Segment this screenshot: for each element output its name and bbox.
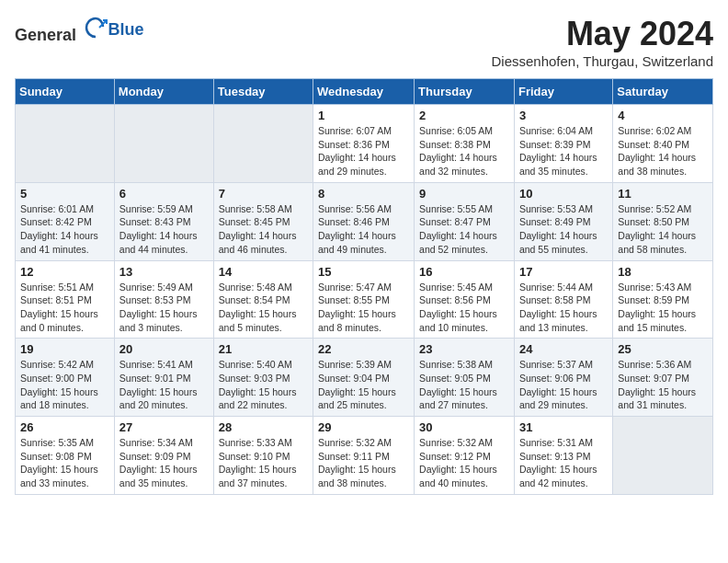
day-cell: 9Sunrise: 5:55 AMSunset: 8:47 PMDaylight… <box>415 182 515 260</box>
day-cell: 7Sunrise: 5:58 AMSunset: 8:45 PMDaylight… <box>213 182 313 260</box>
day-cell: 21Sunrise: 5:40 AMSunset: 9:03 PMDayligh… <box>213 339 313 417</box>
week-row-3: 12Sunrise: 5:51 AMSunset: 8:51 PMDayligh… <box>16 260 713 339</box>
day-cell: 19Sunrise: 5:42 AMSunset: 9:00 PMDayligh… <box>16 339 115 417</box>
day-info: Sunrise: 5:58 AMSunset: 8:45 PMDaylight:… <box>219 202 308 257</box>
day-cell: 1Sunrise: 6:07 AMSunset: 8:36 PMDaylight… <box>313 105 415 183</box>
day-number: 9 <box>419 187 509 201</box>
day-number: 11 <box>618 187 708 201</box>
day-number: 25 <box>618 342 708 356</box>
day-cell: 31Sunrise: 5:31 AMSunset: 9:13 PMDayligh… <box>514 417 612 495</box>
day-info: Sunrise: 5:36 AMSunset: 9:07 PMDaylight:… <box>618 358 708 412</box>
day-cell: 25Sunrise: 5:36 AMSunset: 9:07 PMDayligh… <box>613 339 713 417</box>
logo-text-blue: Blue <box>108 20 144 39</box>
logo-text-general: General <box>15 26 76 44</box>
day-number: 1 <box>318 109 409 122</box>
day-number: 27 <box>119 420 209 434</box>
day-number: 19 <box>20 342 109 356</box>
day-info: Sunrise: 5:32 AMSunset: 9:12 PMDaylight:… <box>419 436 509 490</box>
title-block: May 2024 Diessenhofen, Thurgau, Switzerl… <box>491 15 713 69</box>
calendar-header-row: SundayMondayTuesdayWednesdayThursdayFrid… <box>16 79 713 105</box>
day-number: 17 <box>519 265 608 279</box>
day-cell: 23Sunrise: 5:38 AMSunset: 9:05 PMDayligh… <box>415 339 515 417</box>
day-cell: 24Sunrise: 5:37 AMSunset: 9:06 PMDayligh… <box>514 339 612 417</box>
day-cell: 14Sunrise: 5:48 AMSunset: 8:54 PMDayligh… <box>213 260 313 339</box>
day-info: Sunrise: 5:59 AMSunset: 8:43 PMDaylight:… <box>119 202 209 257</box>
day-info: Sunrise: 5:38 AMSunset: 9:05 PMDaylight:… <box>419 358 509 412</box>
day-number: 13 <box>119 265 209 279</box>
calendar-table: SundayMondayTuesdayWednesdayThursdayFrid… <box>15 78 713 495</box>
location-title: Diessenhofen, Thurgau, Switzerland <box>491 53 713 69</box>
day-number: 28 <box>219 420 308 434</box>
day-info: Sunrise: 6:07 AMSunset: 8:36 PMDaylight:… <box>318 124 409 178</box>
header-sunday: Sunday <box>16 79 115 105</box>
day-number: 3 <box>519 109 608 122</box>
day-cell: 20Sunrise: 5:41 AMSunset: 9:01 PMDayligh… <box>114 339 213 417</box>
header-monday: Monday <box>114 79 213 105</box>
day-number: 23 <box>419 342 509 356</box>
day-info: Sunrise: 5:55 AMSunset: 8:47 PMDaylight:… <box>419 202 509 257</box>
month-title: May 2024 <box>491 15 713 53</box>
day-info: Sunrise: 5:52 AMSunset: 8:50 PMDaylight:… <box>618 202 708 257</box>
day-cell: 3Sunrise: 6:04 AMSunset: 8:39 PMDaylight… <box>514 105 612 183</box>
day-info: Sunrise: 5:45 AMSunset: 8:56 PMDaylight:… <box>419 281 509 335</box>
week-row-2: 5Sunrise: 6:01 AMSunset: 8:42 PMDaylight… <box>16 182 713 260</box>
day-number: 7 <box>219 187 308 201</box>
day-cell: 5Sunrise: 6:01 AMSunset: 8:42 PMDaylight… <box>16 182 115 260</box>
header-wednesday: Wednesday <box>313 79 415 105</box>
day-number: 8 <box>318 187 409 201</box>
day-info: Sunrise: 5:32 AMSunset: 9:11 PMDaylight:… <box>318 436 409 490</box>
day-number: 21 <box>219 342 308 356</box>
day-number: 14 <box>219 265 308 279</box>
day-info: Sunrise: 5:37 AMSunset: 9:06 PMDaylight:… <box>519 358 608 412</box>
day-info: Sunrise: 5:56 AMSunset: 8:46 PMDaylight:… <box>318 202 409 257</box>
day-cell: 15Sunrise: 5:47 AMSunset: 8:55 PMDayligh… <box>313 260 415 339</box>
day-info: Sunrise: 5:39 AMSunset: 9:04 PMDaylight:… <box>318 358 409 412</box>
header-saturday: Saturday <box>613 79 713 105</box>
day-number: 10 <box>519 187 608 201</box>
day-info: Sunrise: 6:04 AMSunset: 8:39 PMDaylight:… <box>519 124 608 178</box>
day-info: Sunrise: 5:51 AMSunset: 8:51 PMDaylight:… <box>20 281 109 335</box>
week-row-1: 1Sunrise: 6:07 AMSunset: 8:36 PMDaylight… <box>16 105 713 183</box>
day-info: Sunrise: 5:42 AMSunset: 9:00 PMDaylight:… <box>20 358 109 412</box>
day-info: Sunrise: 5:41 AMSunset: 9:01 PMDaylight:… <box>119 358 209 412</box>
day-cell: 28Sunrise: 5:33 AMSunset: 9:10 PMDayligh… <box>213 417 313 495</box>
day-number: 4 <box>618 109 708 122</box>
day-info: Sunrise: 5:47 AMSunset: 8:55 PMDaylight:… <box>318 281 409 335</box>
day-info: Sunrise: 5:48 AMSunset: 8:54 PMDaylight:… <box>219 281 308 335</box>
day-cell: 2Sunrise: 6:05 AMSunset: 8:38 PMDaylight… <box>415 105 515 183</box>
day-cell: 18Sunrise: 5:43 AMSunset: 8:59 PMDayligh… <box>613 260 713 339</box>
day-number: 18 <box>618 265 708 279</box>
header-friday: Friday <box>514 79 612 105</box>
day-number: 29 <box>318 420 409 434</box>
day-info: Sunrise: 5:31 AMSunset: 9:13 PMDaylight:… <box>519 436 608 490</box>
day-info: Sunrise: 5:49 AMSunset: 8:53 PMDaylight:… <box>119 281 209 335</box>
day-info: Sunrise: 6:02 AMSunset: 8:40 PMDaylight:… <box>618 124 708 178</box>
day-info: Sunrise: 5:33 AMSunset: 9:10 PMDaylight:… <box>219 436 308 490</box>
day-info: Sunrise: 5:44 AMSunset: 8:58 PMDaylight:… <box>519 281 608 335</box>
day-cell <box>613 417 713 495</box>
logo: General Blue <box>15 15 144 45</box>
day-info: Sunrise: 5:34 AMSunset: 9:09 PMDaylight:… <box>119 436 209 490</box>
header-thursday: Thursday <box>415 79 515 105</box>
day-info: Sunrise: 6:01 AMSunset: 8:42 PMDaylight:… <box>20 202 109 257</box>
day-cell: 4Sunrise: 6:02 AMSunset: 8:40 PMDaylight… <box>613 105 713 183</box>
day-info: Sunrise: 6:05 AMSunset: 8:38 PMDaylight:… <box>419 124 509 178</box>
day-number: 22 <box>318 342 409 356</box>
header-tuesday: Tuesday <box>213 79 313 105</box>
day-cell <box>16 105 115 183</box>
day-cell: 17Sunrise: 5:44 AMSunset: 8:58 PMDayligh… <box>514 260 612 339</box>
day-cell <box>213 105 313 183</box>
week-row-5: 26Sunrise: 5:35 AMSunset: 9:08 PMDayligh… <box>16 417 713 495</box>
day-info: Sunrise: 5:53 AMSunset: 8:49 PMDaylight:… <box>519 202 608 257</box>
day-cell: 27Sunrise: 5:34 AMSunset: 9:09 PMDayligh… <box>114 417 213 495</box>
day-cell: 29Sunrise: 5:32 AMSunset: 9:11 PMDayligh… <box>313 417 415 495</box>
day-cell: 8Sunrise: 5:56 AMSunset: 8:46 PMDaylight… <box>313 182 415 260</box>
day-number: 20 <box>119 342 209 356</box>
day-cell: 10Sunrise: 5:53 AMSunset: 8:49 PMDayligh… <box>514 182 612 260</box>
day-cell <box>114 105 213 183</box>
day-number: 6 <box>119 187 209 201</box>
day-cell: 11Sunrise: 5:52 AMSunset: 8:50 PMDayligh… <box>613 182 713 260</box>
week-row-4: 19Sunrise: 5:42 AMSunset: 9:00 PMDayligh… <box>16 339 713 417</box>
day-cell: 16Sunrise: 5:45 AMSunset: 8:56 PMDayligh… <box>415 260 515 339</box>
day-number: 16 <box>419 265 509 279</box>
